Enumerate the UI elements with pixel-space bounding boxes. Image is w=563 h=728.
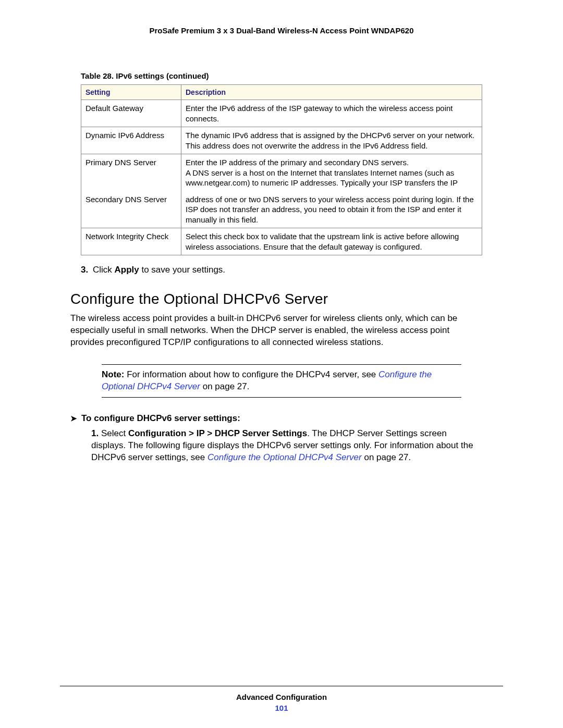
cell-description: Enter the IPv6 address of the ISP gatewa… xyxy=(181,100,482,127)
step-bold: Configuration > IP > DHCP Server Setting… xyxy=(128,428,307,438)
note-tail: on page 27. xyxy=(200,381,250,391)
table-row: Dynamic IPv6 Address The dynamic IPv6 ad… xyxy=(81,127,482,154)
table-header-row: Setting Description xyxy=(81,85,482,100)
step-3: 3. Click Apply to save your settings. xyxy=(81,265,503,275)
table-caption: Table 28. IPv6 settings (continued) xyxy=(81,71,503,80)
cell-setting: Default Gateway xyxy=(81,100,181,127)
section-paragraph: The wireless access point provides a bui… xyxy=(70,313,482,349)
procedure-heading: ➤To configure DHCPv6 server settings: xyxy=(70,413,503,424)
arrow-icon: ➤ xyxy=(70,414,77,423)
cell-setting: Dynamic IPv6 Address xyxy=(81,127,181,154)
step-text-pre: Click xyxy=(93,265,115,275)
step-xref-link[interactable]: Configure the Optional DHCPv4 Server xyxy=(207,452,362,462)
table-row: Default Gateway Enter the IPv6 address o… xyxy=(81,100,482,127)
procedure-step-1: 1. Select Configuration > IP > DHCP Serv… xyxy=(91,428,482,464)
cell-description: Select this check box to validate that t… xyxy=(181,228,482,255)
footer-rule xyxy=(60,686,503,686)
page: ProSafe Premium 3 x 3 Dual-Band Wireless… xyxy=(0,0,563,728)
cell-setting: Network Integrity Check xyxy=(81,228,181,255)
cell-description: address of one or two DNS servers to you… xyxy=(181,191,482,228)
table-row: Network Integrity Check Select this chec… xyxy=(81,228,482,255)
note-text: For information about how to configure t… xyxy=(124,369,378,379)
col-setting: Setting xyxy=(81,85,181,100)
col-description: Description xyxy=(181,85,482,100)
step-c: on page 27. xyxy=(362,452,411,462)
section-title: Configure the Optional DHCPv6 Server xyxy=(70,291,503,307)
table-row: Primary DNS Server Enter the IP address … xyxy=(81,154,482,191)
step-a: Select xyxy=(101,428,128,438)
cell-description: The dynamic IPv6 address that is assigne… xyxy=(181,127,482,154)
note-label: Note: xyxy=(102,369,124,379)
cell-setting: Primary DNS Server xyxy=(81,154,181,191)
footer-page-number: 101 xyxy=(0,704,563,712)
running-header: ProSafe Premium 3 x 3 Dual-Band Wireless… xyxy=(60,26,503,35)
step-number: 1. xyxy=(91,428,99,438)
step-bold: Apply xyxy=(114,265,139,275)
cell-description: Enter the IP address of the primary and … xyxy=(181,154,482,191)
procedure-title: To configure DHCPv6 server settings: xyxy=(81,413,240,423)
table-row: Secondary DNS Server address of one or t… xyxy=(81,191,482,228)
page-footer: Advanced Configuration 101 xyxy=(0,686,563,712)
cell-setting: Secondary DNS Server xyxy=(81,191,181,228)
step-number: 3. xyxy=(81,265,88,275)
step-text-post: to save your settings. xyxy=(139,265,225,275)
note-block: Note: For information about how to confi… xyxy=(102,364,461,398)
ipv6-settings-table: Setting Description Default Gateway Ente… xyxy=(81,84,482,255)
footer-title: Advanced Configuration xyxy=(0,693,563,701)
